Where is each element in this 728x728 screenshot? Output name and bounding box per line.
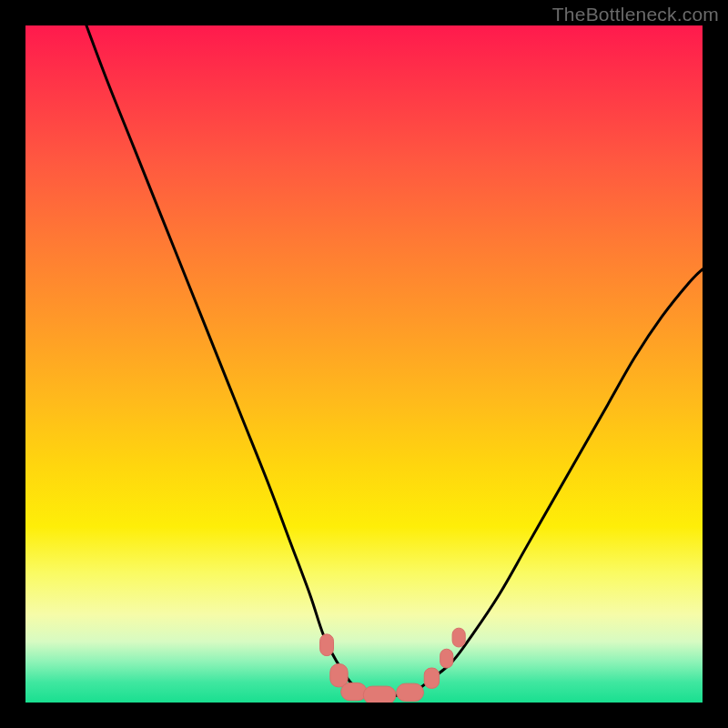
marker bbox=[320, 634, 334, 656]
plot-area bbox=[25, 25, 703, 703]
marker bbox=[330, 664, 348, 687]
bottleneck-curve bbox=[86, 25, 703, 696]
marker bbox=[452, 628, 465, 647]
marker bbox=[363, 686, 396, 703]
chart-frame: TheBottleneck.com bbox=[0, 0, 728, 728]
marker bbox=[424, 668, 439, 688]
marker bbox=[397, 683, 424, 701]
chart-svg bbox=[25, 25, 703, 703]
marker bbox=[440, 649, 453, 668]
watermark-text: TheBottleneck.com bbox=[552, 4, 719, 25]
marker bbox=[341, 682, 367, 700]
optimal-markers bbox=[320, 628, 466, 703]
